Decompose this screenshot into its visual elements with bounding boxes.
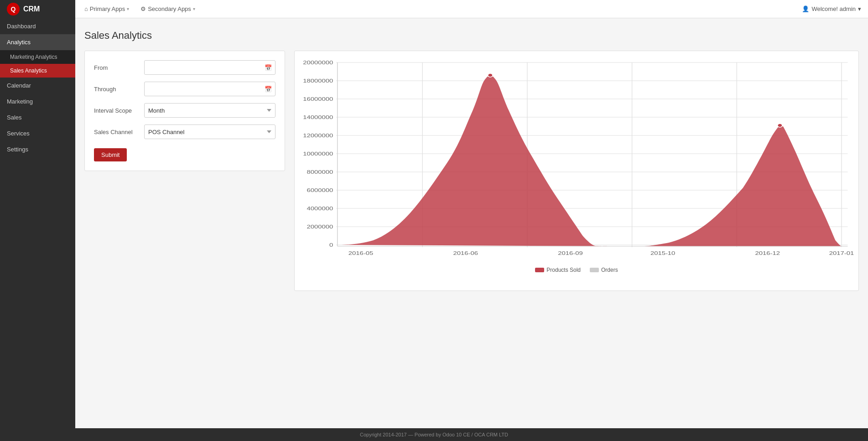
svg-text:20000000: 20000000 bbox=[303, 60, 333, 66]
svg-text:2016-12: 2016-12 bbox=[755, 250, 780, 256]
sidebar-item-marketing[interactable]: Marketing bbox=[0, 93, 75, 109]
sidebar-analytics-sub: Marketing Analytics Sales Analytics bbox=[0, 50, 75, 78]
home-icon: ⌂ bbox=[84, 5, 88, 12]
channel-select[interactable]: POS Channel Online Channel All Channels bbox=[144, 125, 275, 139]
interval-select[interactable]: Day Week Month Quarter Year bbox=[144, 103, 275, 118]
svg-text:2016-06: 2016-06 bbox=[453, 250, 478, 256]
secondary-apps-link[interactable]: ⚙ Secondary Apps ▾ bbox=[136, 3, 200, 15]
svg-text:2017-01: 2017-01 bbox=[829, 250, 854, 256]
through-calendar-icon[interactable]: 📅 bbox=[265, 86, 272, 93]
primary-apps-link[interactable]: ⌂ Primary Apps ▾ bbox=[80, 3, 134, 15]
through-label: Through bbox=[94, 86, 144, 93]
secondary-apps-label: Secondary Apps bbox=[148, 5, 191, 12]
sidebar-item-dashboard[interactable]: Dashboard bbox=[0, 18, 75, 34]
svg-text:14000000: 14000000 bbox=[303, 114, 333, 120]
primary-apps-caret: ▾ bbox=[127, 6, 129, 11]
svg-text:12000000: 12000000 bbox=[303, 133, 333, 139]
top-nav-links: ⌂ Primary Apps ▾ ⚙ Secondary Apps ▾ bbox=[80, 3, 200, 15]
interval-group: Interval Scope Day Week Month Quarter Ye… bbox=[94, 103, 275, 118]
sidebar-item-analytics[interactable]: Analytics bbox=[0, 34, 75, 50]
legend-products-sold-label: Products Sold bbox=[546, 267, 581, 273]
primary-apps-label: Primary Apps bbox=[90, 5, 125, 12]
svg-text:0: 0 bbox=[329, 242, 333, 248]
through-group: Through 📅 bbox=[94, 82, 275, 96]
footer-text: Copyright 2014-2017 — Powered by Odoo 10… bbox=[360, 432, 508, 437]
main-content: Sales Analytics From 📅 Through 📅 Interva… bbox=[75, 18, 868, 441]
brand: Q CRM bbox=[0, 0, 75, 18]
svg-text:2016-05: 2016-05 bbox=[348, 250, 374, 256]
sidebar-item-sales-analytics[interactable]: Sales Analytics bbox=[0, 64, 75, 78]
svg-point-34 bbox=[777, 124, 782, 127]
svg-text:4000000: 4000000 bbox=[307, 206, 333, 212]
user-icon: 👤 bbox=[802, 5, 809, 12]
user-caret: ▾ bbox=[858, 5, 861, 12]
channel-group: Sales Channel POS Channel Online Channel… bbox=[94, 125, 275, 139]
sidebar-item-services[interactable]: Services bbox=[0, 125, 75, 141]
svg-text:8000000: 8000000 bbox=[307, 169, 333, 175]
legend-products-sold-box bbox=[535, 268, 544, 272]
submit-button[interactable]: Submit bbox=[94, 148, 127, 161]
sidebar-item-settings[interactable]: Settings bbox=[0, 141, 75, 157]
chart-container: 0 2000000 4000000 6000000 8000000 100000… bbox=[299, 58, 854, 277]
legend-products-sold: Products Sold bbox=[535, 267, 581, 273]
secondary-apps-caret: ▾ bbox=[193, 6, 195, 11]
svg-text:2016-09: 2016-09 bbox=[558, 250, 583, 256]
chart-panel: 0 2000000 4000000 6000000 8000000 100000… bbox=[294, 51, 859, 291]
channel-label: Sales Channel bbox=[94, 129, 144, 135]
from-group: From 📅 bbox=[94, 60, 275, 75]
from-calendar-icon[interactable]: 📅 bbox=[265, 64, 272, 71]
legend-orders-box bbox=[590, 268, 599, 272]
sidebar: Dashboard Analytics Marketing Analytics … bbox=[0, 18, 75, 441]
legend-orders-label: Orders bbox=[601, 267, 618, 273]
sidebar-item-sales[interactable]: Sales bbox=[0, 109, 75, 125]
sidebar-item-marketing-analytics[interactable]: Marketing Analytics bbox=[0, 50, 75, 64]
svg-text:10000000: 10000000 bbox=[303, 151, 333, 157]
svg-point-33 bbox=[488, 73, 493, 77]
from-input-wrap: 📅 bbox=[144, 60, 275, 75]
chart-svg: 0 2000000 4000000 6000000 8000000 100000… bbox=[299, 58, 854, 263]
svg-text:2000000: 2000000 bbox=[307, 224, 333, 230]
channel-select-wrap: POS Channel Online Channel All Channels bbox=[144, 125, 275, 139]
gear-icon: ⚙ bbox=[140, 5, 146, 12]
page-title: Sales Analytics bbox=[84, 30, 859, 42]
interval-label: Interval Scope bbox=[94, 107, 144, 114]
content-area: From 📅 Through 📅 Interval Scope Day bbox=[84, 51, 859, 291]
user-label: Welcome! admin bbox=[811, 5, 856, 12]
through-input-wrap: 📅 bbox=[144, 82, 275, 96]
from-label: From bbox=[94, 64, 144, 71]
brand-name: CRM bbox=[23, 5, 40, 13]
svg-text:2015-10: 2015-10 bbox=[650, 250, 676, 256]
form-panel: From 📅 Through 📅 Interval Scope Day bbox=[84, 51, 285, 171]
from-input[interactable] bbox=[144, 60, 275, 75]
top-navigation: Q CRM ⌂ Primary Apps ▾ ⚙ Secondary Apps … bbox=[0, 0, 868, 18]
chart-legend: Products Sold Orders bbox=[299, 267, 854, 273]
svg-text:16000000: 16000000 bbox=[303, 96, 333, 102]
svg-text:6000000: 6000000 bbox=[307, 187, 333, 193]
through-input[interactable] bbox=[144, 82, 275, 96]
sidebar-item-calendar[interactable]: Calendar bbox=[0, 78, 75, 93]
svg-text:18000000: 18000000 bbox=[303, 78, 333, 84]
interval-select-wrap: Day Week Month Quarter Year bbox=[144, 103, 275, 118]
legend-orders: Orders bbox=[590, 267, 618, 273]
footer: Copyright 2014-2017 — Powered by Odoo 10… bbox=[0, 428, 868, 441]
top-nav-right: 👤 Welcome! admin ▾ bbox=[802, 5, 861, 12]
brand-logo: Q bbox=[7, 3, 20, 16]
